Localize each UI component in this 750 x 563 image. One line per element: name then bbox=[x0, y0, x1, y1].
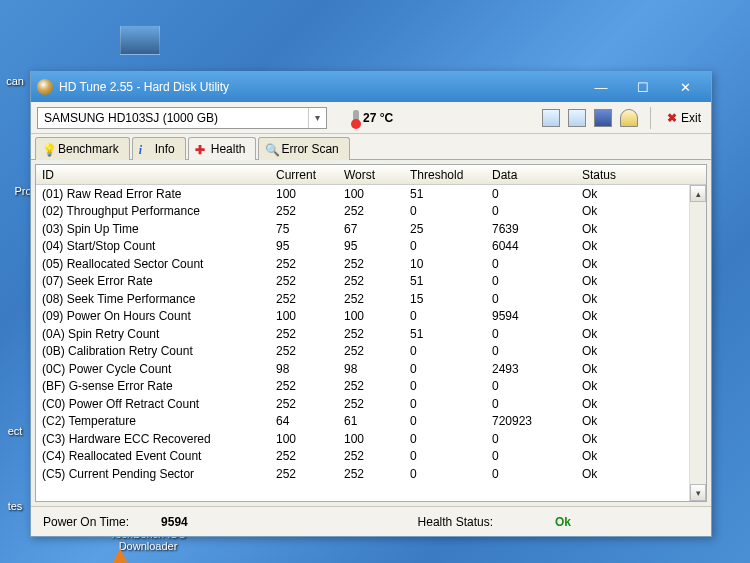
power-on-label: Power On Time: bbox=[43, 515, 129, 529]
cell-current: 252 bbox=[270, 292, 338, 306]
cell-threshold: 0 bbox=[404, 362, 486, 376]
table-row[interactable]: (0B) Calibration Retry Count25225200Ok bbox=[36, 343, 706, 361]
window-title: HD Tune 2.55 - Hard Disk Utility bbox=[59, 80, 579, 94]
cell-status: Ok bbox=[576, 222, 656, 236]
cell-worst: 100 bbox=[338, 432, 404, 446]
tab-error-scan[interactable]: 🔍 Error Scan bbox=[258, 137, 349, 160]
minimize-button[interactable]: — bbox=[581, 77, 621, 97]
cell-worst: 252 bbox=[338, 449, 404, 463]
table-row[interactable]: (03) Spin Up Time7567257639Ok bbox=[36, 220, 706, 238]
table-row[interactable]: (07) Seek Error Rate252252510Ok bbox=[36, 273, 706, 291]
cell-status: Ok bbox=[576, 432, 656, 446]
cell-current: 100 bbox=[270, 309, 338, 323]
cell-status: Ok bbox=[576, 239, 656, 253]
cell-current: 98 bbox=[270, 362, 338, 376]
desktop-icon-network[interactable] bbox=[105, 25, 175, 58]
cell-worst: 252 bbox=[338, 257, 404, 271]
cell-worst: 98 bbox=[338, 362, 404, 376]
scroll-up-icon[interactable]: ▴ bbox=[690, 185, 706, 202]
cell-id: (0C) Power Cycle Count bbox=[36, 362, 270, 376]
cell-id: (07) Seek Error Rate bbox=[36, 274, 270, 288]
cell-id: (08) Seek Time Performance bbox=[36, 292, 270, 306]
separator bbox=[650, 107, 651, 129]
cell-threshold: 51 bbox=[404, 187, 486, 201]
cell-status: Ok bbox=[576, 397, 656, 411]
options-icon[interactable] bbox=[620, 109, 638, 127]
table-row[interactable]: (0A) Spin Retry Count252252510Ok bbox=[36, 325, 706, 343]
cell-current: 252 bbox=[270, 449, 338, 463]
scrollbar[interactable]: ▴ ▾ bbox=[689, 185, 706, 501]
cell-status: Ok bbox=[576, 309, 656, 323]
table-row[interactable]: (C3) Hardware ECC Recovered10010000Ok bbox=[36, 430, 706, 448]
vlc-icon[interactable] bbox=[112, 548, 128, 563]
screenshot-icon[interactable] bbox=[568, 109, 586, 127]
col-status[interactable]: Status bbox=[576, 168, 656, 182]
cell-id: (C2) Temperature bbox=[36, 414, 270, 428]
col-threshold[interactable]: Threshold bbox=[404, 168, 486, 182]
cell-data: 2493 bbox=[486, 362, 576, 376]
scroll-down-icon[interactable]: ▾ bbox=[690, 484, 706, 501]
cell-status: Ok bbox=[576, 274, 656, 288]
cell-status: Ok bbox=[576, 257, 656, 271]
cell-current: 252 bbox=[270, 327, 338, 341]
cell-id: (09) Power On Hours Count bbox=[36, 309, 270, 323]
table-row[interactable]: (BF) G-sense Error Rate25225200Ok bbox=[36, 378, 706, 396]
save-icon[interactable] bbox=[594, 109, 612, 127]
cell-status: Ok bbox=[576, 414, 656, 428]
temperature-value: 27 °C bbox=[363, 111, 393, 125]
cell-current: 252 bbox=[270, 379, 338, 393]
cell-threshold: 0 bbox=[404, 379, 486, 393]
copy-icon[interactable] bbox=[542, 109, 560, 127]
table-row[interactable]: (01) Raw Read Error Rate100100510Ok bbox=[36, 185, 706, 203]
cell-data: 7639 bbox=[486, 222, 576, 236]
col-worst[interactable]: Worst bbox=[338, 168, 404, 182]
tab-benchmark[interactable]: 💡 Benchmark bbox=[35, 137, 130, 160]
drive-select[interactable]: SAMSUNG HD103SJ (1000 GB) ▾ bbox=[37, 107, 327, 129]
cell-current: 252 bbox=[270, 274, 338, 288]
table-row[interactable]: (C0) Power Off Retract Count25225200Ok bbox=[36, 395, 706, 413]
health-status-value: Ok bbox=[555, 515, 571, 529]
cell-status: Ok bbox=[576, 344, 656, 358]
tab-bar: 💡 Benchmark i Info ✚ Health 🔍 Error Scan bbox=[31, 134, 711, 160]
cell-data: 0 bbox=[486, 292, 576, 306]
col-id[interactable]: ID bbox=[36, 168, 270, 182]
titlebar[interactable]: HD Tune 2.55 - Hard Disk Utility — ☐ ✕ bbox=[31, 72, 711, 102]
table-row[interactable]: (C4) Reallocated Event Count25225200Ok bbox=[36, 448, 706, 466]
toolbar: SAMSUNG HD103SJ (1000 GB) ▾ 27 °C ✖ Exit bbox=[31, 102, 711, 134]
maximize-button[interactable]: ☐ bbox=[623, 77, 663, 97]
status-bar: Power On Time: 9594 Health Status: Ok bbox=[31, 506, 711, 536]
table-row[interactable]: (0C) Power Cycle Count989802493Ok bbox=[36, 360, 706, 378]
desktop-icon-label: tes bbox=[8, 500, 23, 512]
close-icon: ✖ bbox=[667, 111, 677, 125]
cell-status: Ok bbox=[576, 467, 656, 481]
smart-table: ID Current Worst Threshold Data Status (… bbox=[35, 164, 707, 502]
cell-threshold: 0 bbox=[404, 432, 486, 446]
cell-id: (C4) Reallocated Event Count bbox=[36, 449, 270, 463]
table-row[interactable]: (C2) Temperature64610720923Ok bbox=[36, 413, 706, 431]
cell-status: Ok bbox=[576, 292, 656, 306]
table-row[interactable]: (08) Seek Time Performance252252150Ok bbox=[36, 290, 706, 308]
table-body: (01) Raw Read Error Rate100100510Ok(02) … bbox=[36, 185, 706, 483]
tab-health[interactable]: ✚ Health bbox=[188, 137, 257, 160]
desktop-icon-label: can bbox=[6, 75, 24, 87]
col-data[interactable]: Data bbox=[486, 168, 576, 182]
cell-threshold: 0 bbox=[404, 204, 486, 218]
table-row[interactable]: (02) Throughput Performance25225200Ok bbox=[36, 203, 706, 221]
table-row[interactable]: (09) Power On Hours Count10010009594Ok bbox=[36, 308, 706, 326]
exit-button[interactable]: ✖ Exit bbox=[663, 109, 705, 127]
tab-info[interactable]: i Info bbox=[132, 137, 186, 160]
cell-worst: 67 bbox=[338, 222, 404, 236]
cell-id: (01) Raw Read Error Rate bbox=[36, 187, 270, 201]
cell-status: Ok bbox=[576, 187, 656, 201]
cell-worst: 100 bbox=[338, 187, 404, 201]
cell-data: 0 bbox=[486, 379, 576, 393]
cell-threshold: 51 bbox=[404, 327, 486, 341]
table-row[interactable]: (04) Start/Stop Count959506044Ok bbox=[36, 238, 706, 256]
table-row[interactable]: (05) Reallocated Sector Count252252100Ok bbox=[36, 255, 706, 273]
cell-worst: 252 bbox=[338, 397, 404, 411]
close-button[interactable]: ✕ bbox=[665, 77, 705, 97]
cell-id: (05) Reallocated Sector Count bbox=[36, 257, 270, 271]
tab-label: Benchmark bbox=[58, 142, 119, 156]
col-current[interactable]: Current bbox=[270, 168, 338, 182]
table-row[interactable]: (C5) Current Pending Sector25225200Ok bbox=[36, 465, 706, 483]
